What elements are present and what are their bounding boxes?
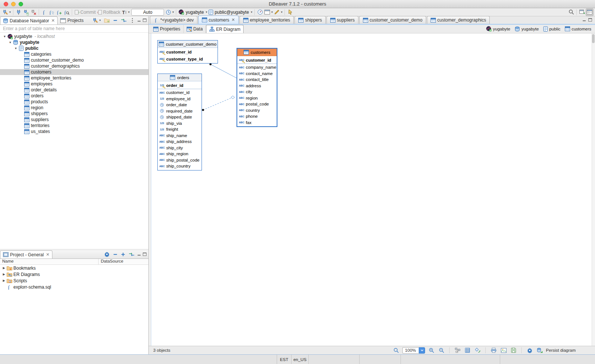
tree-item-territories[interactable]: territories (0, 123, 148, 129)
print-diagram-button[interactable] (490, 347, 497, 354)
zoom-reset-button[interactable] (392, 347, 400, 354)
entity-column-ship_region[interactable]: ABCship_region (158, 151, 202, 157)
commit-button[interactable]: Commit (74, 9, 96, 16)
editor-tab-customers[interactable]: customers✕ (198, 16, 239, 24)
project-item-Scripts[interactable]: ▶SScripts (0, 277, 148, 284)
editor-style-button[interactable]: ▾ (273, 9, 283, 16)
entity-column-employee_id[interactable]: 123employee_id (158, 96, 202, 102)
close-view-icon[interactable]: ✕ (46, 252, 49, 257)
column-datasource[interactable]: DataSource (99, 259, 123, 264)
entity-column-postal_code[interactable]: ABCpostal_code (237, 101, 277, 107)
expand-arrow-icon[interactable]: ▼ (13, 47, 18, 50)
maximize-view-button[interactable] (143, 19, 147, 22)
editor-tab-customer_demographics[interactable]: customer_demographics (427, 16, 490, 24)
project-item-ER Diagrams[interactable]: ▶ER Diagrams (0, 271, 148, 277)
diagram-settings-button[interactable] (526, 347, 533, 354)
minimize-view-button[interactable] (137, 253, 141, 256)
project-collapse-button[interactable] (112, 251, 118, 257)
export-image-button[interactable] (500, 347, 507, 354)
refresh-diagram-button[interactable] (474, 347, 481, 354)
maximize-editor-button[interactable] (588, 18, 592, 22)
zoom-dropdown-button[interactable] (419, 347, 425, 354)
expand-arrow-icon[interactable]: ▶ (1, 279, 6, 282)
entity-column-phone[interactable]: ABCphone (237, 113, 277, 120)
window-menu-button[interactable]: ▾ (264, 9, 273, 16)
entity-column-ship_address[interactable]: ABCship_address (158, 139, 202, 145)
transaction-log-button[interactable]: ▾ (165, 9, 174, 16)
nav-new-connection-button[interactable]: ▾ (91, 17, 102, 23)
project-link-button[interactable] (128, 251, 135, 257)
tree-item-yugabyte[interactable]: ▼yugabyte- localhost (0, 33, 148, 39)
schema-selector[interactable]: public@yugabyte▾ (208, 9, 253, 16)
commit-mode-combo[interactable]: Auto (131, 9, 164, 16)
entity-column-fax[interactable]: ABCfax (237, 120, 277, 126)
tab-project-general[interactable]: Project - General ✕ (0, 250, 52, 259)
entity-orders[interactable]: orders123order_idABCcustomer_id123employ… (157, 74, 202, 170)
entity-header[interactable]: customer_customer_demo (158, 40, 218, 48)
sql-recall-button[interactable]: ∫ (48, 9, 55, 16)
subtab-data[interactable]: Data (184, 25, 206, 33)
connect-button[interactable] (15, 9, 22, 16)
entity-column-customer_id[interactable]: ABCcustomer_id (158, 90, 202, 96)
tree-item-suppliers[interactable]: suppliers (0, 117, 148, 123)
minimize-editor-button[interactable] (582, 18, 586, 22)
editor-tab-shippers[interactable]: shippers (295, 16, 325, 24)
entity-column-ship_name[interactable]: ABCship_name (158, 133, 202, 139)
er-diagram-canvas[interactable]: customer_customer_demoABCcustomer_idABCc… (149, 33, 595, 346)
pointer-tool-button[interactable] (286, 9, 294, 16)
sql-find-button[interactable]: ∫ (63, 9, 70, 16)
entity-customer_customer_demo[interactable]: customer_customer_demoABCcustomer_idABCc… (157, 40, 218, 64)
zoom-in-button[interactable] (428, 347, 435, 354)
tree-item-yugabyte[interactable]: ▼yugabyte (0, 39, 148, 45)
entity-header[interactable]: customers (237, 49, 277, 56)
tree-item-employee_territories[interactable]: employee_territories (0, 75, 148, 81)
vertical-scrollbar[interactable] (592, 33, 595, 346)
entity-column-address[interactable]: ABCaddress (237, 83, 277, 89)
entity-column-ship_country[interactable]: ABCship_country (158, 163, 202, 169)
tasks-button[interactable] (256, 9, 264, 16)
view-menu-button[interactable] (129, 17, 135, 23)
collapse-all-button[interactable] (112, 17, 118, 23)
new-connection-button[interactable]: ▾ (1, 9, 12, 16)
entity-column-country[interactable]: ABCcountry (237, 107, 277, 114)
tab-database-navigator[interactable]: Database Navigator ✕ (0, 16, 58, 25)
disconnect-button[interactable] (30, 9, 37, 16)
column-name[interactable]: Name (0, 259, 99, 264)
entity-column-ship_via[interactable]: 123ship_via (158, 120, 202, 127)
breadcrumb-yugabyte[interactable]: yugabyte (515, 26, 539, 32)
entity-column-ship_city[interactable]: ABCship_city (158, 145, 202, 151)
entity-column-required_date[interactable]: required_date (158, 108, 202, 114)
tree-item-region[interactable]: region (0, 105, 148, 111)
expand-arrow-icon[interactable]: ▼ (2, 35, 7, 38)
breadcrumb-customers[interactable]: customers (565, 26, 591, 31)
project-item-explorr-schema.sql[interactable]: ∫explorr-schema.sql (0, 284, 148, 290)
entity-header[interactable]: orders (158, 74, 202, 81)
tree-item-us_states[interactable]: us_states (0, 129, 148, 134)
scrollbar-thumb[interactable] (592, 34, 595, 43)
expand-arrow-icon[interactable]: ▶ (1, 273, 6, 276)
tree-item-employees[interactable]: employees (0, 81, 148, 87)
project-settings-button[interactable] (103, 251, 110, 257)
entity-column-contact_name[interactable]: ABCcontact_name (237, 71, 277, 77)
entity-column-contact_title[interactable]: ABCcontact_title (237, 77, 277, 83)
entity-column-order_id[interactable]: 123order_id (158, 82, 202, 89)
tree-item-customer_customer_demo[interactable]: customer_customer_demo (0, 57, 148, 63)
editor-tab-yugabytedev[interactable]: ∫*<yugabyte> dev (150, 16, 197, 24)
tab-projects[interactable]: Projects (58, 16, 86, 25)
editor-tab-customer_customer_demo[interactable]: customer_customer_demo (359, 16, 426, 24)
project-expand-button[interactable] (120, 251, 126, 257)
rollback-button[interactable]: Rollback (96, 9, 121, 16)
persist-diagram-button[interactable] (536, 347, 543, 354)
entity-column-freight[interactable]: 123freight (158, 126, 202, 133)
tree-item-order_details[interactable]: order_details (0, 87, 148, 93)
subtab-er-diagram[interactable]: ER Diagram (206, 25, 244, 33)
link-with-editor-button[interactable] (120, 17, 128, 23)
entity-column-shipped_date[interactable]: shipped_date (158, 114, 202, 120)
breadcrumb-public[interactable]: public (543, 26, 560, 32)
palette-sash[interactable] (149, 33, 151, 346)
save-diagram-button[interactable] (510, 347, 517, 354)
entity-customers[interactable]: customersABCcustomer_idABCcompany_nameAB… (237, 48, 277, 127)
new-sql-editor-button[interactable]: ∫ (55, 9, 63, 16)
entity-column-customer_type_id[interactable]: ABCcustomer_type_id (158, 55, 218, 62)
tree-item-orders[interactable]: orders (0, 93, 148, 99)
